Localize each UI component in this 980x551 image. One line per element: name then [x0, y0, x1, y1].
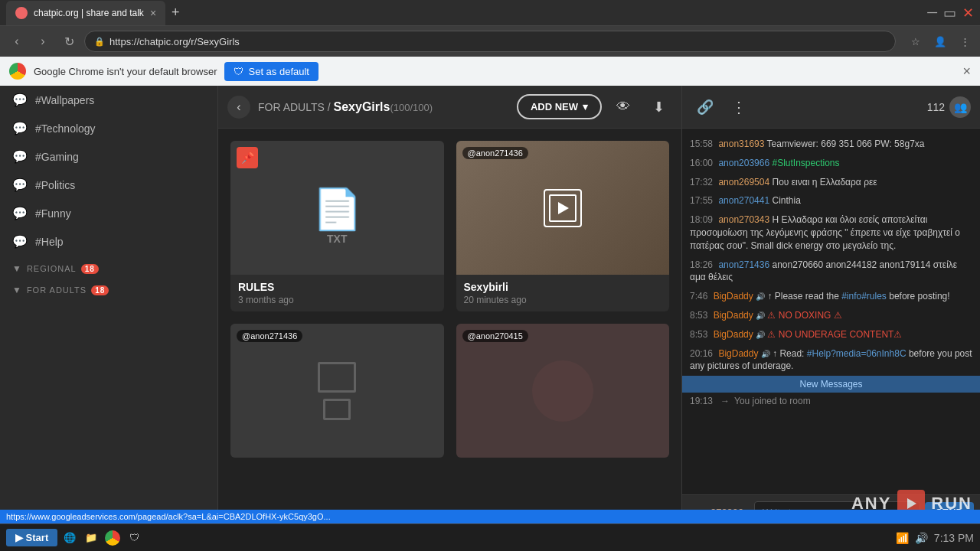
- user-tag-3: @anon271436: [237, 330, 302, 342]
- msg-time-3: 17:32: [690, 177, 713, 187]
- chat-message-3: 17:32 anon269504 Που ειναι η Ελλαδαρα ρε…: [682, 173, 980, 192]
- user-count-number: 112: [927, 101, 945, 113]
- bookmark-star-icon[interactable]: ☆: [906, 32, 925, 51]
- tab-close-button[interactable]: ×: [150, 7, 156, 19]
- sidebar-section-regional[interactable]: ▼ REGIONAL 18: [0, 256, 217, 277]
- dropdown-chevron-icon: ▾: [583, 101, 588, 112]
- card-sexybirli[interactable]: @anon271436 Sexybirli 20 minutes ago: [456, 141, 670, 311]
- start-button[interactable]: ▶ Start: [6, 529, 57, 546]
- chat-more-button[interactable]: ⋮: [725, 93, 753, 121]
- msg-time-7: 7:46: [690, 291, 707, 302]
- nav-back-button[interactable]: ‹: [6, 31, 28, 52]
- network-icon: 📶: [896, 532, 909, 544]
- set-default-button[interactable]: 🛡 Set as default: [224, 62, 318, 81]
- card-4[interactable]: @anon270415: [456, 324, 670, 458]
- active-tab[interactable]: chatpic.org | share and talk ×: [6, 1, 165, 25]
- msg-time-6: 18:26: [690, 259, 713, 270]
- new-tab-button[interactable]: +: [172, 5, 180, 21]
- play-overlay-icon: [544, 189, 582, 227]
- browser-nav: ‹ › ↻ 🔒 https://chatpic.org/r/SexyGirls …: [0, 26, 980, 57]
- download-button[interactable]: ⬇: [645, 93, 672, 121]
- chat-message-7: 7:46 BigDaddy 🔊 ↑ Please read the #info#…: [682, 287, 980, 306]
- msg-user-2[interactable]: anon203966: [718, 158, 769, 168]
- eye-button[interactable]: 👁: [609, 93, 637, 121]
- card-rules-info: RULES 3 months ago: [230, 275, 444, 311]
- back-button[interactable]: ‹: [227, 96, 250, 119]
- pin-icon: 📌: [237, 147, 258, 168]
- adults-badge: 18: [91, 285, 109, 295]
- breadcrumb-parent: FOR ADULTS /: [258, 101, 334, 113]
- user-tag-sexybirli: @anon271436: [462, 147, 528, 159]
- new-messages-bar[interactable]: New Messages: [682, 376, 980, 393]
- msg-user-8[interactable]: BigDaddy: [714, 310, 753, 321]
- chat-icon-6: 💬: [12, 234, 28, 249]
- card-rules-thumbnail: 📌 📄 TXT: [230, 141, 444, 275]
- sidebar-label-gaming: #Gaming: [35, 151, 79, 163]
- breadcrumb: FOR ADULTS / SexyGirls(100/100): [258, 100, 433, 114]
- nav-forward-button[interactable]: ›: [32, 31, 54, 52]
- section-label-regional: REGIONAL: [27, 264, 77, 273]
- sidebar-label-help: #Help: [35, 236, 64, 248]
- msg-time-1: 15:58: [690, 139, 713, 149]
- sidebar-item-wallpapers[interactable]: 💬 #Wallpapers: [0, 86, 217, 114]
- msg-time-2: 16:00: [690, 158, 713, 168]
- chat-link-button[interactable]: 🔗: [691, 93, 719, 121]
- taskbar-system-icons: 📶 🔊 7:13 PM: [896, 532, 974, 544]
- chat-icon-2: 💬: [12, 121, 28, 135]
- chat-message-6: 18:26 anon271436 anon270660 anon244182 a…: [682, 256, 980, 288]
- joined-message: 19:13 → You joined to room: [682, 393, 980, 409]
- sidebar-item-help[interactable]: 💬 #Help: [0, 227, 217, 256]
- content-header: ‹ FOR ADULTS / SexyGirls(100/100) ADD NE…: [218, 86, 681, 129]
- msg-user-9[interactable]: BigDaddy: [714, 329, 753, 340]
- new-messages-label: New Messages: [799, 379, 862, 390]
- sidebar-section-for-adults[interactable]: ▼ FOR ADULTS 18: [0, 277, 217, 298]
- menu-icon[interactable]: ⋮: [956, 32, 974, 51]
- chat-message-5: 18:09 anon270343 Η Ελλαδαρα και όλοι εσε…: [682, 210, 980, 255]
- sidebar-label-wallpapers: #Wallpapers: [35, 94, 94, 106]
- window-maximize-button[interactable]: ▭: [943, 5, 956, 21]
- msg-time-4: 17:55: [690, 195, 713, 206]
- taskbar-folder-icon[interactable]: 📁: [82, 529, 100, 547]
- window-minimize-button[interactable]: ─: [927, 5, 937, 21]
- chrome-logo-icon: [9, 63, 26, 80]
- msg-user-4[interactable]: anon270441: [718, 195, 769, 206]
- chat-message-1: 15:58 anon31693 Teamviewer: 669 351 066 …: [682, 135, 980, 154]
- taskbar-ie-icon[interactable]: 🌐: [60, 529, 79, 547]
- msg-text-1: Teamviewer: 669 351 066 PW: 58g7xa: [767, 139, 925, 149]
- add-new-button[interactable]: ADD NEW ▾: [517, 94, 602, 119]
- regional-badge: 18: [81, 264, 99, 274]
- card-rules[interactable]: 📌 📄 TXT RULES 3 months ago: [230, 141, 444, 311]
- msg-user-7[interactable]: BigDaddy: [714, 291, 753, 302]
- msg-user-10[interactable]: BigDaddy: [718, 348, 758, 359]
- nav-refresh-button[interactable]: ↻: [58, 31, 80, 52]
- address-bar[interactable]: 🔒 https://chatpic.org/r/SexyGirls: [84, 31, 896, 52]
- joined-time: 19:13: [690, 396, 713, 406]
- chat-user-count: 112 👥: [927, 96, 971, 118]
- sidebar-label-funny: #Funny: [35, 207, 71, 220]
- taskbar-chrome-icon[interactable]: [103, 529, 122, 547]
- user-count-icon: 👥: [949, 96, 971, 118]
- msg-user-6[interactable]: anon271436: [718, 259, 769, 270]
- card-3[interactable]: @anon271436: [230, 324, 444, 458]
- clock: 7:13 PM: [934, 532, 974, 544]
- sidebar-item-politics[interactable]: 💬 #Politics: [0, 171, 217, 199]
- window-close-button[interactable]: ✕: [962, 5, 974, 21]
- sidebar: 💬 #Wallpapers 💬 #Technology 💬 #Gaming 💬 …: [0, 86, 218, 551]
- taskbar-security-icon[interactable]: 🛡: [125, 529, 143, 547]
- msg-user-1[interactable]: anon31693: [718, 139, 764, 149]
- card-sexybirli-info: Sexybirli 20 minutes ago: [456, 275, 670, 311]
- msg-user-5[interactable]: anon270343: [718, 214, 769, 225]
- warning-close-button[interactable]: ×: [962, 64, 971, 80]
- card-rules-time: 3 months ago: [238, 295, 436, 305]
- account-icon[interactable]: 👤: [931, 32, 949, 51]
- chat-header: 🔗 ⋮ 112 👥: [682, 86, 980, 129]
- msg-text-3: Που ειναι η Ελλαδαρα ρεε: [772, 177, 877, 187]
- sidebar-item-technology[interactable]: 💬 #Technology: [0, 114, 217, 142]
- add-new-label: ADD NEW: [531, 101, 578, 112]
- msg-text-2: #SlutInspections: [772, 158, 839, 168]
- sidebar-item-funny[interactable]: 💬 #Funny: [0, 199, 217, 227]
- shield-icon: 🛡: [234, 66, 243, 77]
- msg-user-3[interactable]: anon269504: [718, 177, 769, 187]
- sidebar-item-gaming[interactable]: 💬 #Gaming: [0, 142, 217, 171]
- msg-text-9: ⚠ NO UNDERAGE CONTENT⚠: [767, 329, 902, 340]
